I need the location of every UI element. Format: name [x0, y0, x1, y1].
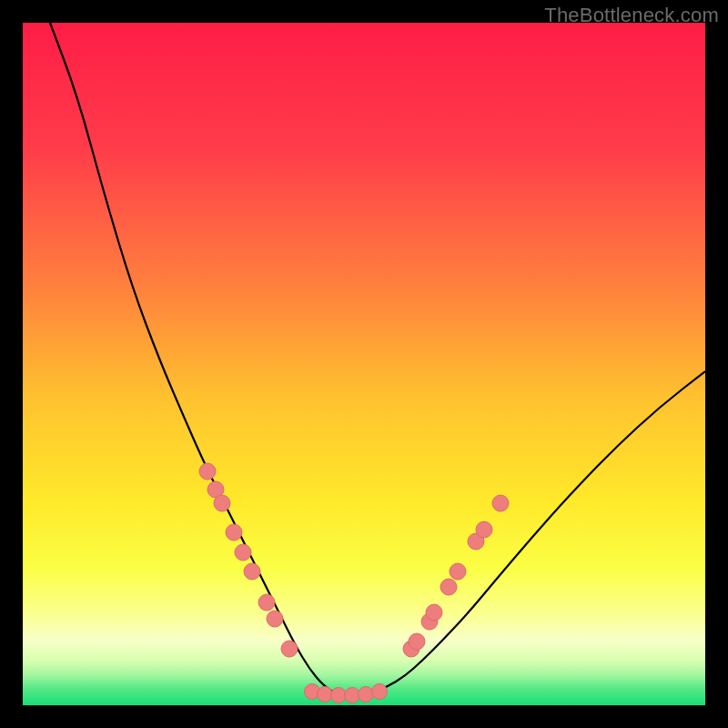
bottleneck-curve [50, 23, 705, 696]
data-dot [244, 563, 260, 580]
data-dot [281, 641, 298, 657]
data-dot [492, 495, 509, 511]
data-dot [258, 594, 275, 611]
data-dot [267, 611, 283, 627]
watermark-text: TheBottleneck.com [544, 4, 719, 27]
data-dot [345, 688, 360, 703]
data-dot [440, 579, 457, 595]
data-dot [359, 687, 374, 703]
data-dot [426, 604, 442, 621]
chart-svg [23, 23, 705, 705]
data-dot [372, 684, 388, 700]
outer-frame: TheBottleneck.com [0, 0, 728, 728]
data-dot [226, 524, 242, 541]
data-dot [409, 633, 425, 650]
data-dot [199, 463, 216, 480]
plot-area [23, 23, 705, 705]
data-dots [199, 463, 509, 703]
data-dot [331, 688, 347, 703]
data-dot [318, 687, 333, 703]
data-dot [214, 495, 230, 511]
data-dot [235, 544, 251, 561]
data-dot [476, 521, 492, 538]
data-dot [450, 563, 466, 580]
